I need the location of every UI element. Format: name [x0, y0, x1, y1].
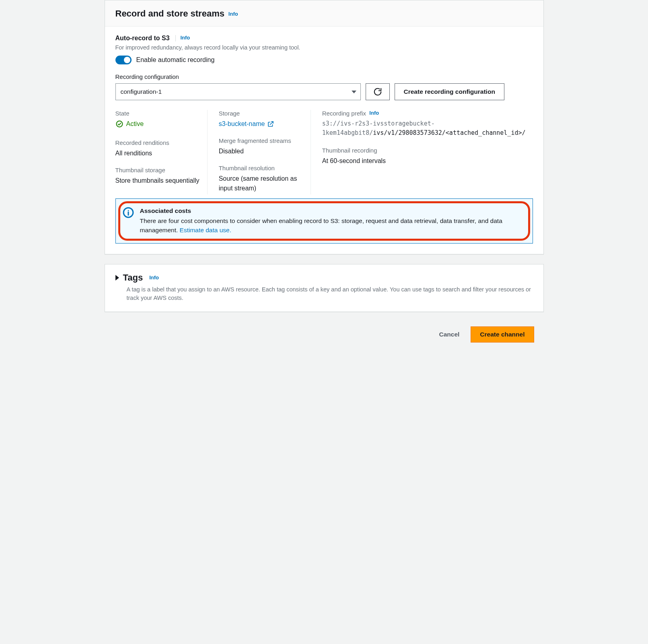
prefix-label: Recording prefix Info [322, 110, 526, 117]
thumb-rec-label: Thumbnail recording [322, 147, 526, 154]
disclosure-triangle-icon [115, 275, 119, 281]
auto-record-subtext: For improved redundancy, always record l… [115, 44, 533, 51]
details-col-2: Storage s3-bucket-name Merge fragmented … [219, 110, 311, 194]
footer-actions: Cancel Create channel [105, 322, 544, 348]
prefix-info-link[interactable]: Info [369, 110, 379, 116]
create-recording-config-button[interactable]: Create recording configuration [395, 83, 504, 100]
recording-config-select[interactable]: configuration-1 [115, 83, 361, 100]
auto-record-info-link[interactable]: Info [180, 35, 190, 41]
thumb-rec-value: At 60-second intervals [322, 156, 526, 165]
enable-recording-toggle[interactable] [115, 56, 132, 64]
config-details-grid: State Active Recorded renditions All ren… [115, 110, 533, 194]
create-recording-config-label: Create recording configuration [404, 88, 495, 95]
thumb-store-value: Store thumbnails sequentially [115, 176, 200, 185]
prefix-value: s3://ivs-r2s3-ivsstoragebucket-1kem14abg… [322, 119, 526, 138]
renditions-value: All renditions [115, 149, 200, 158]
check-circle-icon [115, 120, 123, 128]
merge-value: Disabled [219, 147, 303, 156]
cancel-button[interactable]: Cancel [434, 326, 465, 343]
details-col-3: Recording prefix Info s3://ivs-r2s3-ivss… [322, 110, 533, 194]
state-value: Active [115, 119, 144, 128]
details-col-1: State Active Recorded renditions All ren… [115, 110, 208, 194]
thumb-res-label: Thumbnail resolution [219, 165, 303, 171]
tags-info-link[interactable]: Info [149, 275, 159, 281]
thumb-store-label: Thumbnail storage [115, 167, 200, 173]
svg-point-2 [128, 210, 129, 211]
auto-record-section: Auto-record to S3 Info For improved redu… [115, 35, 533, 64]
tags-title: Tags [123, 272, 143, 283]
create-channel-button[interactable]: Create channel [471, 326, 534, 343]
infobox-title: Associated costs [140, 206, 525, 215]
storage-label: Storage [219, 110, 303, 117]
recording-config-selected: configuration-1 [121, 88, 162, 95]
associated-costs-infobox: Associated costs There are four cost com… [115, 198, 533, 244]
tags-header[interactable]: Tags Info [115, 272, 533, 283]
estimate-data-use-link[interactable]: Estimate data use. [180, 227, 231, 233]
recording-config-label: Recording configuration [115, 73, 533, 80]
info-icon [122, 206, 134, 219]
enable-recording-label: Enable automatic recording [136, 56, 215, 64]
auto-record-title: Auto-record to S3 [115, 35, 170, 42]
tags-description: A tag is a label that you assign to an A… [115, 285, 533, 303]
section-title: Record and store streams [115, 8, 224, 19]
panel-header: Record and store streams Info [105, 0, 543, 27]
section-info-link[interactable]: Info [228, 11, 238, 17]
divider [175, 35, 176, 41]
tags-panel: Tags Info A tag is a label that you assi… [105, 264, 544, 312]
refresh-icon [373, 87, 382, 96]
chevron-down-icon [352, 91, 356, 93]
thumb-res-value: Source (same resolution as input stream) [219, 174, 303, 192]
refresh-button[interactable] [366, 83, 390, 100]
storage-link[interactable]: s3-bucket-name [219, 119, 275, 128]
merge-label: Merge fragmented streams [219, 137, 303, 144]
renditions-label: Recorded renditions [115, 139, 200, 146]
record-store-panel: Record and store streams Info Auto-recor… [105, 0, 544, 254]
external-link-icon [267, 120, 274, 128]
state-label: State [115, 110, 200, 117]
